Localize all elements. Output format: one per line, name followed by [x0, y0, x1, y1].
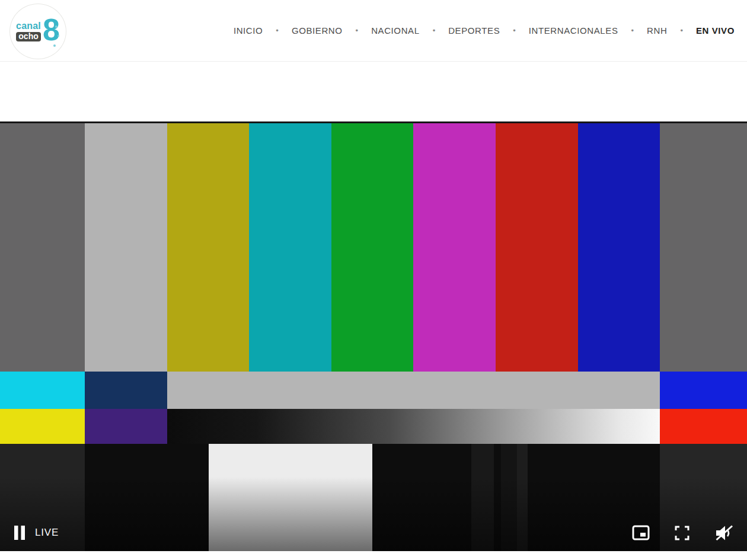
main-nav: INICIO•GOBIERNO•NACIONAL•DEPORTES•INTERN…: [234, 0, 735, 61]
pattern-row: [0, 123, 747, 372]
pause-icon: [13, 525, 26, 540]
logo-dot: [58, 35, 59, 37]
nav-item-deportes[interactable]: DEPORTES: [448, 25, 500, 36]
gray-40-side-panel-left: [0, 123, 85, 372]
pattern-row: [0, 409, 747, 444]
plus-q-purple-panel: [85, 409, 167, 444]
nav-item-inicio[interactable]: INICIO: [234, 25, 263, 36]
logo-circle: canal ocho 8: [9, 4, 66, 59]
nav-separator: •: [513, 26, 516, 35]
cyan-100-panel: [0, 372, 85, 408]
smpte-color-bars: [0, 123, 747, 551]
pause-button[interactable]: [13, 525, 26, 540]
nav-item-internacionales[interactable]: INTERNACIONALES: [529, 25, 618, 36]
blue-100-panel: [660, 372, 747, 408]
nav-separator: •: [631, 26, 634, 35]
fullscreen-icon: [675, 526, 689, 540]
nav-item-nacional[interactable]: NACIONAL: [371, 25, 420, 36]
nav-item-gobierno[interactable]: GOBIERNO: [292, 25, 343, 36]
live-badge: LIVE: [35, 527, 59, 539]
muted-speaker-icon: [714, 525, 734, 541]
bar-white-75: [85, 123, 167, 372]
pattern-row: [0, 372, 747, 408]
logo-wordmark: canal ocho: [16, 21, 41, 41]
plus-i-navy-panel: [85, 372, 167, 408]
nav-separator: •: [680, 26, 683, 35]
white-75-strip: [167, 372, 660, 408]
bar-red-75: [496, 123, 578, 372]
yellow-100-panel: [0, 409, 85, 444]
y-ramp: [167, 409, 660, 444]
nav-separator: •: [433, 26, 436, 35]
bar-blue-75: [578, 123, 660, 372]
player-controls: LIVE: [0, 514, 747, 551]
gray-40-side-panel-right: [660, 123, 747, 372]
bar-yellow-75: [167, 123, 250, 372]
bar-magenta-75: [413, 123, 496, 372]
miniplayer-button[interactable]: [632, 525, 650, 540]
fullscreen-button[interactable]: [675, 526, 689, 540]
page-background: [0, 551, 747, 560]
miniplayer-icon: [632, 525, 650, 540]
logo-text-canal: canal: [16, 21, 41, 31]
nav-item-rnh[interactable]: RNH: [647, 25, 667, 36]
logo-number-eight: 8: [43, 16, 60, 44]
content-spacer: [0, 62, 747, 121]
bar-cyan-75: [249, 123, 331, 372]
channel-logo[interactable]: canal ocho 8: [9, 4, 66, 59]
logo-dot: [55, 25, 58, 28]
live-video-player[interactable]: LIVE: [0, 121, 747, 551]
nav-separator: •: [356, 26, 359, 35]
mute-button[interactable]: [714, 525, 734, 541]
logo-text-ocho: ocho: [16, 32, 40, 41]
nav-separator: •: [276, 26, 279, 35]
red-100-panel: [660, 409, 747, 444]
bar-green-75: [331, 123, 414, 372]
nav-item-en-vivo[interactable]: EN VIVO: [696, 25, 735, 36]
logo-dot: [53, 44, 56, 47]
site-header: canal ocho 8 INICIO•GOBIERNO•NACIONAL•DE…: [0, 0, 747, 62]
